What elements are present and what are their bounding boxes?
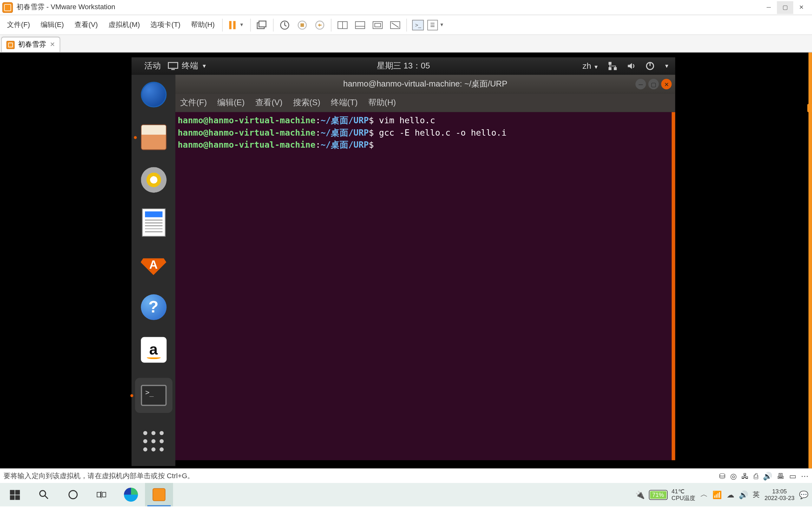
taskbar-edge[interactable] <box>117 483 145 506</box>
gnome-topbar: 活动 终端 ▼ 星期三 13：05 zh ▼ ▼ <box>132 57 675 75</box>
terminal-icon <box>141 385 166 406</box>
device-cd-icon[interactable]: ◎ <box>730 471 737 481</box>
dock-item-terminal[interactable] <box>135 378 172 413</box>
menu-vm[interactable]: 虚拟机(M) <box>104 18 145 32</box>
wifi-icon[interactable]: 📶 <box>712 490 722 499</box>
activities-button[interactable]: 活动 <box>137 61 168 71</box>
term-menu-view[interactable]: 查看(V) <box>255 98 283 108</box>
pause-vm-button[interactable]: ▼ <box>226 20 247 29</box>
device-sound-icon[interactable]: 🔊 <box>763 471 772 481</box>
taskbar-clock[interactable]: 13:05 2022-03-23 <box>764 488 794 501</box>
power-icon[interactable] <box>646 61 655 71</box>
onedrive-icon[interactable]: ☁ <box>727 490 734 499</box>
term-menu-terminal[interactable]: 终端(T) <box>331 98 358 108</box>
close-button[interactable]: ✕ <box>793 1 810 14</box>
search-icon <box>39 489 49 500</box>
app-menu-button[interactable]: 终端 ▼ <box>168 61 207 71</box>
svg-point-21 <box>40 491 45 496</box>
terminal-line: hanmo@hanmo-virtual-machine:~/桌面/URP$ gc… <box>177 127 669 139</box>
snapshot-manager-icon[interactable] <box>295 17 310 32</box>
volume-icon[interactable] <box>627 61 636 71</box>
terminal-minimize-button[interactable]: ─ <box>635 79 646 89</box>
network-icon[interactable] <box>608 61 617 71</box>
menu-view[interactable]: 查看(V) <box>70 18 102 32</box>
files-icon <box>141 124 166 150</box>
cpu-temp-value: 41℃ <box>671 488 696 495</box>
view-console-icon[interactable] <box>353 17 368 32</box>
terminal-body[interactable]: hanmo@hanmo-virtual-machine:~/桌面/URP$ vi… <box>175 112 675 460</box>
term-menu-edit[interactable]: 编辑(E) <box>217 98 245 108</box>
dock-item-files[interactable] <box>138 123 169 152</box>
dock-item-amazon[interactable]: a <box>138 336 169 364</box>
menu-edit[interactable]: 编辑(E) <box>36 18 68 32</box>
sound-icon[interactable]: 🔊 <box>739 490 748 499</box>
ubuntu-software-icon: A <box>141 252 166 278</box>
chevron-down-icon[interactable]: ▼ <box>239 22 244 27</box>
cmd-dropdown-button[interactable]: ☰▼ <box>428 17 444 32</box>
send-ctrl-alt-del-icon[interactable] <box>254 17 270 32</box>
term-menu-file[interactable]: 文件(F) <box>180 98 207 108</box>
unity-icon[interactable] <box>388 17 403 32</box>
vmware-status-bar: 要将输入定向到该虚拟机，请在虚拟机内部单击或按 Ctrl+G。 ⛁ ◎ 🖧 ⎙ … <box>0 468 812 483</box>
svg-rect-14 <box>168 62 177 68</box>
close-tab-icon[interactable]: ✕ <box>50 41 55 49</box>
terminal-maximize-button[interactable]: ▢ <box>648 79 659 89</box>
device-disk-icon[interactable]: ⛁ <box>719 471 725 481</box>
cmd-prompt-button[interactable]: >_ <box>410 17 426 32</box>
dock-item-thunderbird[interactable] <box>138 80 169 109</box>
search-button[interactable] <box>29 483 58 506</box>
svg-rect-16 <box>609 62 612 65</box>
dock-item-help[interactable]: ? <box>138 293 169 322</box>
vm-display[interactable]: 活动 终端 ▼ 星期三 13：05 zh ▼ ▼ A ? a <box>0 53 812 468</box>
fullscreen-icon[interactable] <box>370 17 386 32</box>
menu-help[interactable]: 帮助(H) <box>186 18 219 32</box>
device-usb-icon[interactable]: ⎙ <box>754 471 758 481</box>
svg-line-22 <box>45 496 48 499</box>
clock-time: 13:05 <box>764 488 794 495</box>
start-button[interactable] <box>0 483 29 506</box>
dock-item-rhythmbox[interactable] <box>138 165 169 194</box>
terminal-titlebar[interactable]: hanmo@hanmo-virtual-machine: ~/桌面/URP ─ … <box>175 75 675 94</box>
menu-tabs[interactable]: 选项卡(T) <box>146 18 185 32</box>
ime-indicator[interactable]: 英 <box>753 490 760 499</box>
vmware-tabbar: 初春雪雰 ✕ <box>0 35 812 53</box>
guest-desktop[interactable]: 活动 终端 ▼ 星期三 13：05 zh ▼ ▼ A ? a <box>132 57 675 466</box>
dock-item-software[interactable]: A <box>138 250 169 279</box>
input-method-indicator[interactable]: zh ▼ <box>582 61 599 71</box>
device-more-icon[interactable]: ⋯ <box>801 471 809 481</box>
vm-tab[interactable]: 初春雪雰 ✕ <box>1 37 60 52</box>
maximize-button[interactable]: ▢ <box>777 1 793 14</box>
battery-plug-icon[interactable]: 🔌 <box>635 490 645 499</box>
notifications-icon[interactable]: 💬 <box>799 490 808 499</box>
windows-taskbar: 🔌 71% 41℃ CPU温度 ︿ 📶 ☁ 🔊 英 13:05 2022-03-… <box>0 483 812 506</box>
view-single-icon[interactable] <box>335 17 350 32</box>
snapshot-icon[interactable] <box>277 17 293 32</box>
device-printer-icon[interactable]: 🖶 <box>777 471 784 481</box>
term-menu-help[interactable]: 帮助(H) <box>368 98 396 108</box>
battery-indicator[interactable]: 71% <box>649 490 667 499</box>
vm-scrollbar[interactable] <box>809 53 812 468</box>
terminal-title: hanmo@hanmo-virtual-machine: ~/桌面/URP <box>175 79 675 89</box>
svg-rect-8 <box>356 21 365 28</box>
cpu-temp-label: CPU温度 <box>671 495 696 501</box>
svg-rect-11 <box>375 23 380 26</box>
taskview-button[interactable] <box>88 483 117 506</box>
svg-rect-25 <box>102 493 106 497</box>
cpu-temp-widget[interactable]: 41℃ CPU温度 <box>671 488 696 501</box>
vm-tab-label: 初春雪雰 <box>18 40 46 49</box>
term-menu-search[interactable]: 搜索(S) <box>293 98 320 108</box>
dock-item-libreoffice[interactable] <box>138 208 169 237</box>
minimize-button[interactable]: ─ <box>761 1 777 14</box>
dock-show-apps[interactable] <box>138 427 169 456</box>
svg-rect-1 <box>259 20 266 26</box>
chevron-down-icon[interactable]: ▼ <box>664 63 669 69</box>
revert-snapshot-icon[interactable] <box>312 17 328 32</box>
taskbar-vmware[interactable] <box>145 483 173 506</box>
terminal-close-button[interactable]: ✕ <box>661 79 671 89</box>
clock-label[interactable]: 星期三 13：05 <box>377 61 430 71</box>
menu-file[interactable]: 文件(F) <box>2 18 35 32</box>
tray-expand-icon[interactable]: ︿ <box>700 489 708 500</box>
cortana-button[interactable] <box>58 483 88 506</box>
device-display-icon[interactable]: ▭ <box>789 471 796 481</box>
device-network-icon[interactable]: 🖧 <box>741 471 749 481</box>
